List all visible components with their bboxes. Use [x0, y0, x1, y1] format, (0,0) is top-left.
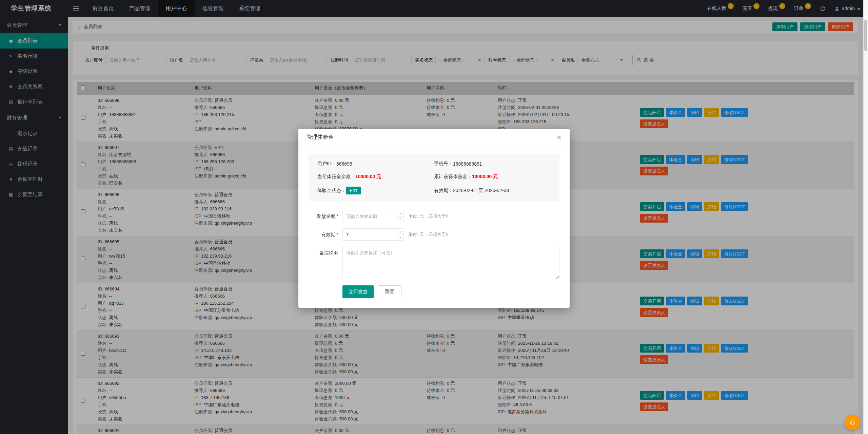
trial-info-item: 累计获得体验金：10000.00 元 [434, 174, 551, 180]
days-label: 有效期* [309, 228, 338, 241]
note-textarea[interactable] [342, 247, 559, 279]
modal-title: 管理体验金 [307, 134, 334, 141]
days-hint: 单位: 天，必须大于0 [408, 231, 448, 238]
trial-info-item: 体验金状态：有效 [317, 187, 434, 194]
trial-info-panel: 用户ID：666698 手机号：18888888881 当前体验金余额：1000… [309, 154, 559, 201]
scrollbar-thumb[interactable] [864, 20, 867, 51]
trial-info-item: 手机号：18888888881 [434, 161, 551, 167]
scrollbar[interactable] [863, 0, 868, 434]
number-spinner[interactable]: ▲▼ [397, 229, 403, 240]
floating-service-button[interactable]: ☺ [845, 415, 860, 430]
reset-button[interactable]: 重置 [378, 285, 401, 298]
amount-input[interactable] [342, 210, 403, 222]
amount-hint: 单位: 元，必须大于0 [408, 213, 448, 219]
modal-header: 管理体验金 × [298, 129, 570, 146]
days-input[interactable] [342, 228, 403, 241]
grant-submit-button[interactable]: 立即发放 [342, 285, 374, 298]
trial-info-item: 用户ID：666698 [317, 161, 434, 167]
close-icon[interactable]: × [557, 133, 561, 141]
amount-label: 发放金额* [309, 210, 338, 222]
trial-info-item: 有效期：2026-02-01 至 2026-02-08 [434, 187, 551, 194]
note-label: 备注说明 [309, 247, 338, 259]
trial-info-item: 当前体验金余额：10000.00 元 [317, 174, 434, 180]
modal-body: 用户ID：666698 手机号：18888888881 当前体验金余额：1000… [298, 146, 570, 308]
trial-fund-modal: 管理体验金 × 用户ID：666698 手机号：18888888881 当前体验… [298, 129, 570, 308]
trial-grant-form: 发放金额* ▲▼ 单位: 元，必须大于0 有效期* ▲▼ 单位: 天，必须大于0… [309, 210, 559, 298]
number-spinner[interactable]: ▲▼ [397, 210, 403, 222]
